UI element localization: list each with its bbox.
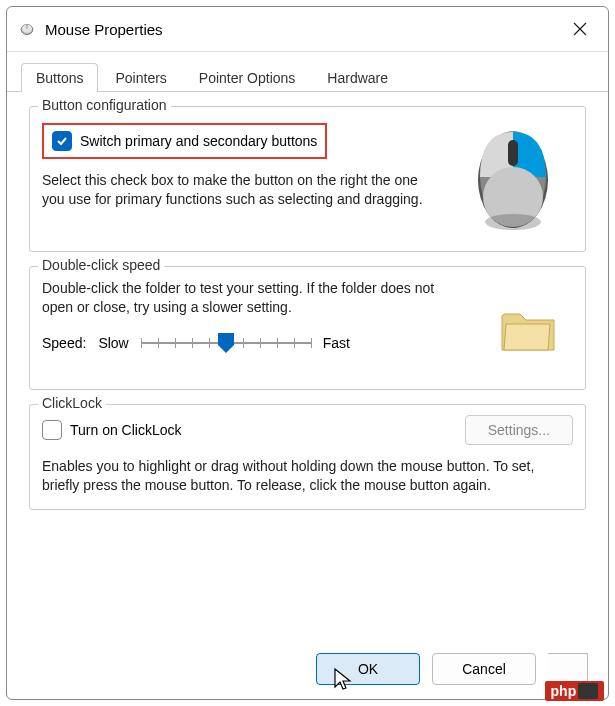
svg-rect-7 <box>508 140 518 166</box>
clicklock-settings-button: Settings... <box>465 415 573 445</box>
close-icon <box>573 22 587 36</box>
clicklock-group: ClickLock Turn on ClickLock Settings... … <box>29 404 586 510</box>
tab-content: Button configuration Switch primary and … <box>7 92 608 639</box>
slow-label: Slow <box>98 335 128 351</box>
tab-buttons[interactable]: Buttons <box>21 63 98 92</box>
check-icon <box>56 135 68 147</box>
speed-slider[interactable] <box>141 331 311 355</box>
svg-point-9 <box>485 214 541 230</box>
svg-marker-10 <box>218 333 234 353</box>
folder-test-area[interactable] <box>483 285 573 375</box>
titlebar: Mouse Properties <box>7 7 608 52</box>
fast-label: Fast <box>323 335 350 351</box>
group-label-double-click: Double-click speed <box>38 257 164 273</box>
double-click-group: Double-click speed Double-click the fold… <box>29 266 586 390</box>
speed-slider-row: Speed: Slow <box>42 331 469 355</box>
mouse-icon <box>17 22 37 36</box>
dialog-footer: OK Cancel php.. <box>7 639 608 699</box>
tab-hardware[interactable]: Hardware <box>312 63 403 92</box>
switch-buttons-checkbox[interactable] <box>52 131 72 151</box>
switch-buttons-highlight: Switch primary and secondary buttons <box>42 123 327 159</box>
dialog-title: Mouse Properties <box>45 21 562 38</box>
clicklock-label: Turn on ClickLock <box>70 422 182 438</box>
button-configuration-group: Button configuration Switch primary and … <box>29 106 586 252</box>
slider-thumb[interactable] <box>218 333 234 353</box>
group-label-button-config: Button configuration <box>38 97 171 113</box>
button-config-description: Select this check box to make the button… <box>42 171 439 209</box>
tab-pointer-options[interactable]: Pointer Options <box>184 63 311 92</box>
cancel-button[interactable]: Cancel <box>432 653 536 685</box>
group-label-clicklock: ClickLock <box>38 395 106 411</box>
clicklock-description: Enables you to highlight or drag without… <box>42 457 573 495</box>
ok-button[interactable]: OK <box>316 653 420 685</box>
switch-buttons-label: Switch primary and secondary buttons <box>80 133 317 149</box>
watermark-badge: php.. <box>545 681 604 701</box>
mouse-properties-dialog: Mouse Properties Buttons Pointers Pointe… <box>6 6 609 700</box>
clicklock-checkbox[interactable] <box>42 420 62 440</box>
folder-icon <box>498 304 558 356</box>
mouse-preview-image <box>453 117 573 237</box>
tab-bar: Buttons Pointers Pointer Options Hardwar… <box>7 52 608 92</box>
speed-label: Speed: <box>42 335 86 351</box>
double-click-description: Double-click the folder to test your set… <box>42 279 469 317</box>
tab-pointers[interactable]: Pointers <box>100 63 181 92</box>
close-button[interactable] <box>562 15 598 43</box>
